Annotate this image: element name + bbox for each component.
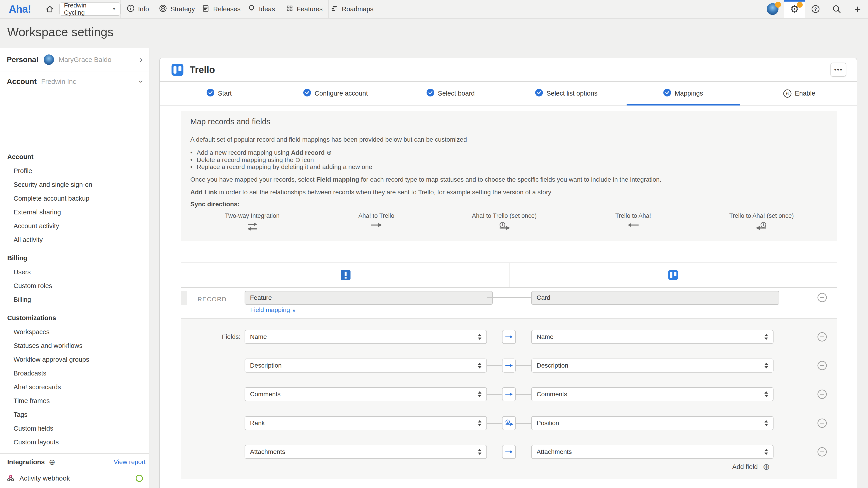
select-stepper-icon xyxy=(765,363,768,368)
sidebar-item-profile[interactable]: Profile xyxy=(0,164,149,178)
home-button[interactable] xyxy=(40,0,59,18)
right-arrow-icon xyxy=(370,222,383,230)
settings-button[interactable]: ⚙ xyxy=(784,0,805,18)
add-field-label: Add field xyxy=(732,463,758,470)
sidebar-item-custom-layouts[interactable]: Custom layouts xyxy=(0,435,149,449)
step-enable[interactable]: 6Enable xyxy=(783,82,815,105)
sidebar-item-all-activity[interactable]: All activity xyxy=(0,233,149,247)
workspace-switcher[interactable]: Fredwin Cycling▼ xyxy=(59,0,121,18)
sidebar-item-security-and-single-sign-on[interactable]: Security and single sign-on xyxy=(0,178,149,192)
integration-item-activity-webhook[interactable]: Activity webhook xyxy=(0,470,149,486)
help-button[interactable]: ? xyxy=(805,0,826,18)
view-report-link[interactable]: View report xyxy=(114,458,146,466)
chevron-up-icon: ∧ xyxy=(292,308,296,313)
nav-item-ideas[interactable]: Ideas xyxy=(243,0,279,18)
sidebar-item-custom-fields[interactable]: Custom fields xyxy=(0,422,149,435)
aha-logo[interactable]: Aha! xyxy=(0,0,40,18)
sidebar-item-complete-account-backup[interactable]: Complete account backup xyxy=(0,192,149,205)
step-configure-account[interactable]: Configure account xyxy=(303,82,368,105)
selected-value: Rank xyxy=(250,420,265,427)
nav-item-info[interactable]: Info xyxy=(121,0,155,18)
step-number-badge: 6 xyxy=(783,90,792,98)
sync-direction-button[interactable] xyxy=(502,387,516,401)
add-button[interactable]: + xyxy=(847,0,868,18)
nav-item-roadmaps[interactable]: Roadmaps xyxy=(329,0,375,18)
sidebar-item-tags[interactable]: Tags xyxy=(0,408,149,422)
aha-field-select[interactable]: Name xyxy=(245,330,487,344)
ideas-icon xyxy=(247,4,256,14)
remove-field-button[interactable] xyxy=(817,418,827,429)
step-mappings[interactable]: Mappings xyxy=(663,82,703,105)
remove-field-button[interactable] xyxy=(817,332,827,343)
sidebar-item-aha-scorecards[interactable]: Aha! scorecards xyxy=(0,380,149,394)
aha-field-select[interactable]: Rank xyxy=(245,416,487,430)
drag-handle[interactable] xyxy=(181,291,187,305)
trello-field-select[interactable]: Description xyxy=(531,359,774,372)
sync-direction-button[interactable] xyxy=(502,445,516,459)
trello-field-select[interactable]: Position xyxy=(531,416,774,430)
remove-field-button[interactable] xyxy=(817,389,827,400)
sidebar-item-users[interactable]: Users xyxy=(0,265,149,279)
connector-line xyxy=(487,423,502,424)
field-mapping-toggle[interactable]: Field mapping∧ xyxy=(250,306,296,314)
trello-field-select[interactable]: Attachments xyxy=(531,445,774,459)
personal-settings-row[interactable]: Personal MaryGrace Baldo › xyxy=(0,48,149,71)
nav-item-label: Ideas xyxy=(259,5,275,13)
sidebar-item-workspaces[interactable]: Workspaces xyxy=(0,325,149,339)
nav-item-strategy[interactable]: Strategy xyxy=(155,0,199,18)
text: Replace a record mapping by deleting it … xyxy=(197,163,372,170)
remove-field-button[interactable] xyxy=(817,447,827,458)
trello-field-select[interactable]: Comments xyxy=(531,387,774,401)
add-integration-icon[interactable]: ⊕ xyxy=(49,457,55,466)
aha-record-input[interactable]: Feature xyxy=(245,291,493,305)
sidebar-item-custom-roles[interactable]: Custom roles xyxy=(0,279,149,293)
nav-item-releases[interactable]: Releases xyxy=(199,0,243,18)
more-options-button[interactable]: ••• xyxy=(831,63,846,76)
aha-field-select[interactable]: Attachments xyxy=(245,445,487,459)
text: Add a new record mapping using xyxy=(197,149,291,156)
sidebar-item-billing[interactable]: Billing xyxy=(0,293,149,306)
plus-circle-icon: ⊕ xyxy=(763,462,770,472)
field-mapping-row-name: Fields:NameName xyxy=(181,330,837,344)
remove-field-button[interactable] xyxy=(817,360,827,372)
sidebar-item-external-sharing[interactable]: External sharing xyxy=(0,205,149,219)
aha-icon xyxy=(340,270,351,280)
connector-line xyxy=(516,452,531,452)
sidebar-item-account-activity[interactable]: Account activity xyxy=(0,219,149,233)
aha-field-select[interactable]: Description xyxy=(245,359,487,372)
add-field-button[interactable]: Add field ⊕ xyxy=(732,462,770,472)
nav-item-features[interactable]: Features xyxy=(279,0,329,18)
search-button[interactable] xyxy=(826,0,847,18)
trello-record-input[interactable]: Card xyxy=(531,291,779,305)
check-circle-icon xyxy=(426,89,434,98)
sync-option-label: Trello to Aha! xyxy=(615,213,651,219)
trello-field-select[interactable]: Name xyxy=(531,330,774,344)
sync-option-label: Trello to Aha! (set once) xyxy=(729,213,794,219)
sync-direction-button[interactable] xyxy=(502,359,516,372)
step-select-board[interactable]: Select board xyxy=(426,82,475,105)
account-settings-row[interactable]: Account Fredwin Inc › xyxy=(0,71,149,92)
emphasized-text: Field mapping xyxy=(316,176,359,183)
select-stepper-icon xyxy=(478,363,482,368)
record-mapping-table: RECORD Feature Card Field mapping∧ Field… xyxy=(181,263,837,488)
personal-label: Personal xyxy=(7,55,38,64)
selected-value: Position xyxy=(537,420,559,427)
sidebar-section-header-account: Account xyxy=(0,150,149,164)
features-icon xyxy=(285,4,293,14)
field-mapping-row-attachments: AttachmentsAttachments xyxy=(181,445,837,459)
user-avatar-button[interactable] xyxy=(761,0,784,18)
sidebar-section-header-customizations: Customizations xyxy=(0,311,149,325)
sync-direction-button[interactable]: 1 xyxy=(502,416,516,430)
sidebar-item-time-frames[interactable]: Time frames xyxy=(0,394,149,408)
remove-record-button[interactable] xyxy=(817,292,827,303)
svg-text:1: 1 xyxy=(502,223,504,227)
step-select-list-options[interactable]: Select list options xyxy=(535,82,598,105)
aha-field-select[interactable]: Comments xyxy=(245,387,487,401)
sidebar-item-statuses-and-workflows[interactable]: Statuses and workflows xyxy=(0,339,149,353)
sidebar-item-broadcasts[interactable]: Broadcasts xyxy=(0,366,149,380)
sidebar-item-workflow-approval-groups[interactable]: Workflow approval groups xyxy=(0,353,149,366)
text: ⊕ xyxy=(325,149,332,156)
text: for each record type to map statuses and… xyxy=(359,176,661,183)
sync-direction-button[interactable] xyxy=(502,330,516,344)
step-start[interactable]: Start xyxy=(206,82,232,105)
